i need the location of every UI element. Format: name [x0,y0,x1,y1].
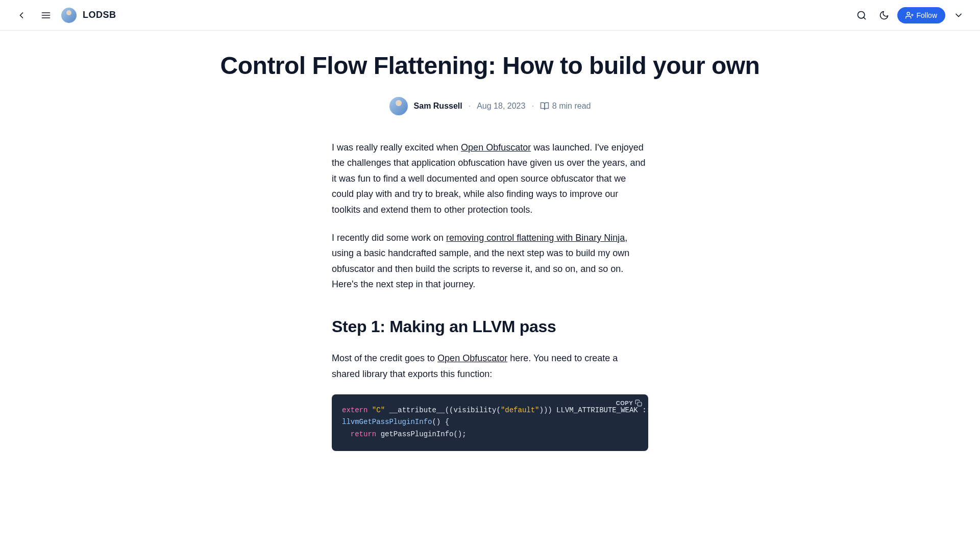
hamburger-icon [41,10,51,20]
theme-toggle-button[interactable] [875,6,893,24]
book-icon [540,102,549,111]
copy-code-button[interactable]: COPY [616,399,642,407]
moon-icon [879,10,889,20]
follow-label: Follow [917,11,937,19]
search-icon [856,10,867,20]
back-button[interactable] [12,6,31,24]
article-meta: Sam Russell · Aug 18, 2023 · 8 min read [216,97,764,115]
svg-rect-8 [638,402,642,406]
search-button[interactable] [852,6,871,24]
code-line-2: llvmGetPassPluginInfo() { [342,416,638,429]
page-header: LODSB Follow [0,0,980,31]
article: Control Flow Flattening: How to build yo… [204,31,776,451]
paragraph-1: I was really really excited when Open Ob… [332,140,648,218]
link-open-obfuscator[interactable]: Open Obfuscator [461,142,531,153]
header-left-group: LODSB [12,6,116,24]
copy-label: COPY [616,400,633,406]
meta-separator: · [469,102,471,111]
clipboard-icon [635,399,642,407]
svg-point-5 [907,12,910,15]
article-body: I was really really excited when Open Ob… [332,140,648,451]
code-line-1: extern "C" __attribute__((visibility("de… [342,405,638,417]
read-time-text: 8 min read [552,102,591,111]
more-dropdown-button[interactable] [949,6,968,24]
publish-date: Aug 18, 2023 [477,102,525,111]
article-title: Control Flow Flattening: How to build yo… [216,51,764,81]
heading-step1: Step 1: Making an LLVM pass [332,313,648,340]
meta-separator: · [531,102,533,111]
link-open-obfuscator-2[interactable]: Open Obfuscator [437,353,507,363]
chevron-left-icon [16,10,27,20]
svg-line-4 [863,17,865,19]
link-binary-ninja[interactable]: removing control flattening with Binary … [446,233,625,243]
paragraph-3: Most of the credit goes to Open Obfuscat… [332,350,648,382]
chevron-down-icon [953,10,964,20]
follow-button[interactable]: Follow [897,7,945,23]
author-name[interactable]: Sam Russell [414,102,462,111]
user-plus-icon [905,11,914,19]
header-right-group: Follow [852,6,968,24]
brand-name[interactable]: LODSB [83,10,116,20]
paragraph-2: I recently did some work on removing con… [332,230,648,292]
code-block: COPY extern "C" __attribute__((visibilit… [332,394,648,451]
brand-avatar[interactable] [61,8,77,23]
code-line-3: return getPassPluginInfo(); [342,429,638,441]
menu-button[interactable] [37,6,55,24]
author-avatar[interactable] [389,97,408,115]
read-time-group: 8 min read [540,102,591,111]
